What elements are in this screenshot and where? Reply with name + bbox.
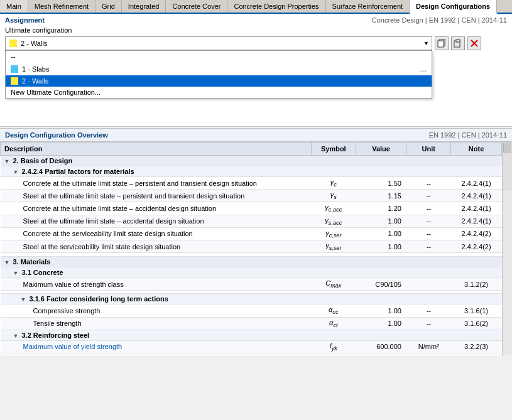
expand-icon-partial: ▼ [13,169,19,175]
materials-label: 3. Materials [13,258,50,266]
expand-icon-concrete: ▼ [13,270,19,276]
note-alpha-cc: 3.1.6(1) [451,304,502,317]
sym-gamma-cser: γc,ser [311,227,356,240]
dropdown-popup: -- 1 - Slabs ... 2 - Walls [5,50,432,99]
dropdown-caret-icon: ▼ [423,40,429,46]
unit-alpha-cc: -- [406,304,451,317]
overview-section: Design Configuration Overview EN 1992 | … [0,128,512,355]
sym-gamma-cacc: γc,acc [311,202,356,215]
desc-steel-ult-persistent: Steel at the ultimate limit state – pers… [1,190,312,202]
unit-fyk: N/mm² [406,340,451,353]
tab-main[interactable]: Main [0,0,28,13]
row-max-strength[interactable]: Maximum value of strength class Cmax C90… [1,278,502,291]
note-cmax: 3.1.2(2) [451,278,502,291]
expand-icon-materials: ▼ [4,259,10,266]
tab-design-props[interactable]: Concrete Design Properties [227,0,325,13]
row-tensile[interactable]: Tensile strength αct 1.00 -- 3.1.6(2) [1,317,502,330]
tab-cover[interactable]: Concrete Cover [166,0,227,13]
col-header-symbol: Symbol [311,143,356,156]
table-scroll-area: Description Symbol Value Unit Note [0,142,512,355]
desc-yield-strength: Maximum value of yield strength [1,340,312,353]
dropdown-item-empty-label: -- [11,53,15,60]
sym-gamma-sacc: γs,acc [311,215,356,227]
desc-steel-ser: Steel at the serviceability limit state … [1,240,312,252]
desc-concrete-ult-acc: Concrete at the ultimate limit state – a… [1,202,312,215]
col-header-description: Description [1,143,312,156]
val-gamma-sacc: 1.00 [356,215,406,227]
concrete-group-label: 3.1 Concrete [21,269,63,276]
note-alpha-ct: 3.1.6(2) [451,317,502,330]
sym-cmax: Cmax [311,278,356,291]
row-rebar-group[interactable]: ▼ 3.2 Reinforcing steel [1,330,502,340]
tab-surface[interactable]: Surface Reinforcement [326,0,410,13]
row-steel-ult-persistent[interactable]: Steel at the ultimate limit state – pers… [1,190,502,202]
delete-icon [470,39,479,48]
note-gamma-s: 2.4.2.4(1) [451,190,502,202]
expand-icon-basis: ▼ [4,158,10,164]
desc-concrete-ult-persistent: Concrete at the ultimate limit state – p… [1,177,312,190]
assignment-info: Concrete Design | EN 1992 | CEN | 2014-1… [372,16,507,24]
delete-button[interactable] [467,36,481,50]
note-gamma-sacc: 2.4.2.4(1) [451,215,502,227]
row-steel-ser[interactable]: Steel at the serviceability limit state … [1,240,502,252]
svg-rect-3 [456,40,460,42]
dropdown-item-empty[interactable]: -- [6,51,432,62]
val-kud1: 0.90 [356,353,406,355]
val-gamma-sser: 1.00 [356,240,406,252]
longterm-label: 3.1.6 Factor considering long term actio… [29,295,168,303]
note-gamma-cser: 2.4.2.4(2) [451,227,502,240]
tab-mesh[interactable]: Mesh Refinement [28,0,95,13]
rebar-label: 3.2 Reinforcing steel [21,331,89,339]
slabs-dots-icon: ... [420,64,427,73]
copy-button[interactable] [435,36,449,50]
desc-compressive: Compressive strength [1,304,312,317]
row-elongation[interactable]: Factor for calculation of the design val… [1,353,502,355]
row-concrete-ult-persistent[interactable]: Concrete at the ultimate limit state – p… [1,177,502,190]
overview-header: Design Configuration Overview EN 1992 | … [0,128,512,142]
val-gamma-s: 1.15 [356,190,406,202]
row-partial-factors[interactable]: ▼ 2.4.2.4 Partial factors for materials [1,166,502,177]
tab-bar: Main Mesh Refinement Grid Integrated Con… [0,0,512,14]
svg-rect-1 [438,41,444,47]
unit-gamma-sacc: -- [406,215,451,227]
row-concrete-ult-acc[interactable]: Concrete at the ultimate limit state – a… [1,202,502,215]
expand-icon-longterm: ▼ [21,296,26,303]
row-steel-ult-acc[interactable]: Steel at the ultimate limit state – acci… [1,215,502,227]
dropdown-item-walls[interactable]: 2 - Walls [6,75,432,87]
dropdown-item-new[interactable]: New Ultimate Configuration... [6,87,432,98]
row-basis-of-design[interactable]: ▼ 2. Basis of Design [1,156,502,166]
row-concrete-ser[interactable]: Concrete at the serviceability limit sta… [1,227,502,240]
unit-alpha-ct: -- [406,317,451,330]
row-yield-strength[interactable]: Maximum value of yield strength fyk 600.… [1,340,502,353]
vertical-scrollbar[interactable] [502,142,512,355]
tab-design-config[interactable]: Design Configurations [410,0,497,14]
expand-icon-rebar: ▼ [13,333,19,339]
dropdown-item-slabs[interactable]: 1 - Slabs ... [6,62,432,75]
unit-gamma-cser: -- [406,227,451,240]
desc-steel-ult-acc: Steel at the ultimate limit state – acci… [1,215,312,227]
desc-max-strength: Maximum value of strength class [1,278,312,291]
note-gamma-c: 2.4.2.4(1) [451,177,502,190]
app-container: Main Mesh Refinement Grid Integrated Con… [0,0,512,355]
table-scroll[interactable]: Description Symbol Value Unit Note [0,142,502,355]
note-fyk: 3.2.2(3) [451,340,502,353]
tab-integrated[interactable]: Integrated [122,0,166,13]
sym-alpha-cc: αcc [311,304,356,317]
assignment-section: Assignment Concrete Design | EN 1992 | C… [0,14,512,127]
note-kud1: 3.2.7(2) [451,353,502,355]
val-fyk: 600.000 [356,340,406,353]
row-compressive[interactable]: Compressive strength αcc 1.00 -- 3.1.6(1… [1,304,502,317]
row-materials[interactable]: ▼ 3. Materials [1,257,502,267]
row-longterm-group[interactable]: ▼ 3.1.6 Factor considering long term act… [1,294,502,304]
paste-button[interactable] [451,36,465,50]
val-gamma-cser: 1.00 [356,227,406,240]
sym-gamma-sser: γs,ser [311,240,356,252]
val-alpha-cc: 1.00 [356,304,406,317]
config-label: Ultimate configuration [5,26,507,34]
row-concrete-group[interactable]: ▼ 3.1 Concrete [1,267,502,278]
dropdown-select[interactable]: 2 - Walls ▼ [5,36,432,50]
paste-icon [454,39,462,48]
tab-grid[interactable]: Grid [95,0,122,13]
unit-kud1: -- [406,353,451,355]
overview-title: Design Configuration Overview [5,131,108,139]
